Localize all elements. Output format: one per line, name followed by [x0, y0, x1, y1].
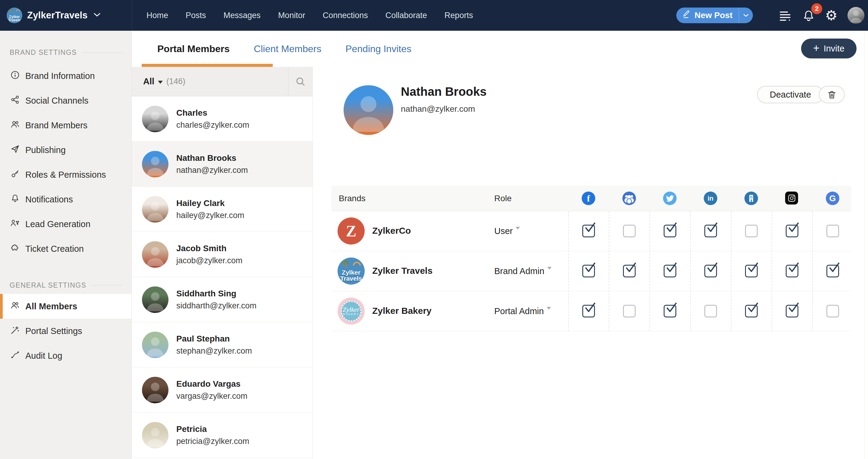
checkbox-google-my-business[interactable]	[827, 265, 839, 277]
sidebar-item-all-members[interactable]: All Members	[0, 294, 131, 319]
checkbox-facebook-group[interactable]	[623, 225, 636, 237]
brand-row-zylker-travels: 🌴ZylkerTravelsZylker TravelsBrand Admin	[332, 251, 851, 291]
sidebar-item-label: Brand Information	[25, 71, 95, 81]
sidebar-item-label: Roles & Permissions	[25, 170, 106, 180]
sidebar-item-label: Publishing	[25, 145, 66, 155]
member-row-petricia[interactable]: Petriciapetricia@zylker.com	[132, 413, 313, 458]
section-divider	[91, 285, 122, 286]
sidebar-item-publishing[interactable]: Publishing	[0, 138, 131, 162]
checkbox-linkedin-page[interactable]	[745, 225, 758, 237]
nav-item-reports[interactable]: Reports	[444, 11, 473, 20]
new-post-button[interactable]: New Post	[676, 7, 753, 23]
checkbox-instagram[interactable]	[786, 305, 798, 318]
role-dropdown[interactable]: Portal Admin	[494, 306, 551, 316]
checkbox-linkedin[interactable]	[704, 265, 717, 277]
checkbox-linkedin-page[interactable]	[745, 265, 758, 277]
instagram-icon	[785, 192, 799, 205]
role-dropdown[interactable]: Brand Admin	[494, 266, 552, 276]
column-separator	[690, 211, 691, 331]
brand-name: ZylkerCo	[372, 226, 411, 236]
people-icon	[10, 120, 20, 131]
facebook-group-icon	[622, 192, 636, 205]
checkbox-facebook-group[interactable]	[623, 265, 636, 277]
member-row-email: jacob@zylker.com	[176, 256, 242, 265]
search-button[interactable]	[288, 67, 313, 96]
role-label: User	[494, 226, 513, 236]
tab-pending-invites[interactable]: Pending Invites	[345, 43, 411, 55]
member-avatar	[142, 287, 168, 313]
sidebar-item-social-channels[interactable]: Social Channels	[0, 88, 131, 113]
member-row-paul-stephan[interactable]: Paul Stephanstephan@zylker.com	[132, 322, 313, 367]
checkbox-twitter[interactable]	[664, 305, 676, 318]
facebook-icon: f	[582, 192, 595, 205]
sidebar-item-roles-permissions[interactable]: Roles & Permissions	[0, 162, 131, 187]
nav-item-home[interactable]: Home	[147, 11, 168, 20]
nav-item-collaborate[interactable]: Collaborate	[385, 11, 427, 20]
sidebar-item-label: Audit Log	[25, 351, 62, 361]
member-row-eduardo-vargas[interactable]: Eduardo Vargasvargas@zylker.com	[132, 367, 313, 413]
checkbox-facebook[interactable]	[582, 305, 595, 318]
table-header: Brands Role finG	[332, 186, 851, 211]
checkbox-instagram[interactable]	[786, 225, 798, 237]
feeds-menu-icon[interactable]	[778, 9, 792, 22]
deactivate-button[interactable]: Deactivate	[757, 86, 824, 103]
checkbox-instagram[interactable]	[786, 265, 798, 277]
brand-logo-zylkerco: Z	[338, 218, 365, 244]
delete-member-button[interactable]	[819, 86, 845, 103]
member-count: (146)	[166, 77, 185, 86]
notification-badge[interactable]: 2	[811, 3, 822, 14]
member-row-charles[interactable]: Charlescharles@zylker.com	[132, 96, 313, 141]
nav-item-messages[interactable]: Messages	[224, 11, 261, 20]
sidebar-item-lead-generation[interactable]: Lead Generation	[0, 212, 131, 236]
checkbox-linkedin-page[interactable]	[745, 305, 758, 318]
nav-item-connections[interactable]: Connections	[323, 11, 368, 20]
new-post-dropdown[interactable]	[739, 7, 753, 23]
member-row-email: hailey@zylker.com	[176, 211, 244, 220]
nav-item-posts[interactable]: Posts	[186, 11, 206, 20]
member-filter-dropdown[interactable]: All (146)	[132, 67, 288, 96]
checkbox-facebook[interactable]	[582, 225, 595, 237]
plus-icon: +	[813, 43, 819, 54]
checkbox-facebook-group[interactable]	[623, 305, 636, 318]
linkedin-icon: in	[704, 192, 717, 205]
column-separator	[609, 211, 610, 331]
route-icon	[10, 350, 20, 362]
sidebar-item-portal-settings[interactable]: Portal Settings	[0, 319, 131, 343]
sidebar-item-brand-members[interactable]: Brand Members	[0, 113, 131, 138]
checkbox-twitter[interactable]	[664, 225, 676, 237]
members-tabbar: Portal MembersClient MembersPending Invi…	[132, 31, 868, 67]
role-dropdown[interactable]: User	[494, 226, 520, 236]
checkbox-twitter[interactable]	[664, 265, 676, 277]
brand-name: Zylker Travels	[372, 266, 433, 276]
sidebar-item-ticket-creation[interactable]: Ticket Creation	[0, 236, 131, 261]
member-row-hailey-clark[interactable]: Hailey Clarkhailey@zylker.com	[132, 187, 313, 232]
checkbox-linkedin[interactable]	[704, 225, 717, 237]
tab-client-members[interactable]: Client Members	[254, 43, 321, 55]
brands-column-header: Brands	[332, 194, 366, 203]
checkbox-google-my-business[interactable]	[827, 305, 839, 318]
role-label: Portal Admin	[494, 306, 544, 316]
new-post-main[interactable]: New Post	[676, 7, 739, 23]
member-row-jacob-smith[interactable]: Jacob Smithjacob@zylker.com	[132, 232, 313, 277]
sidebar-item-notifications[interactable]: Notifications	[0, 187, 131, 212]
checkbox-facebook[interactable]	[582, 265, 595, 277]
checkbox-google-my-business[interactable]	[827, 225, 839, 237]
settings-gear-icon[interactable]: ⚙	[824, 8, 838, 23]
trash-icon	[827, 90, 837, 99]
member-avatar	[142, 106, 168, 132]
member-row-nathan-brooks[interactable]: Nathan Brooksnathan@zylker.com	[132, 141, 313, 187]
sidebar-item-audit-log[interactable]: Audit Log	[0, 343, 131, 368]
sidebar-item-brand-information[interactable]: Brand Information	[0, 64, 131, 88]
sidebar-item-label: Ticket Creation	[25, 244, 84, 254]
checkbox-linkedin[interactable]	[704, 305, 717, 318]
member-row-name: Hailey Clark	[176, 198, 244, 208]
search-icon	[295, 76, 306, 87]
nav-item-monitor[interactable]: Monitor	[278, 11, 305, 20]
column-separator	[812, 211, 813, 331]
user-avatar[interactable]	[847, 7, 864, 24]
invite-button[interactable]: + Invite	[801, 38, 857, 59]
key-icon	[10, 169, 20, 181]
member-row-siddharth-sing[interactable]: Siddharth Singsiddharth@zylker.com	[132, 277, 313, 322]
brand-switcher[interactable]: 🌴 Zylker Travels ZylkerTravels	[7, 0, 100, 31]
tab-portal-members[interactable]: Portal Members	[157, 43, 230, 55]
